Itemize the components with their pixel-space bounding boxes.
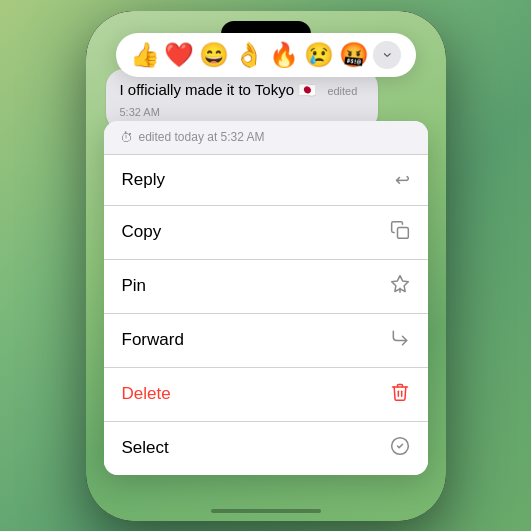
svg-rect-0 bbox=[397, 227, 408, 238]
copy-label: Copy bbox=[122, 222, 162, 242]
select-label: Select bbox=[122, 438, 169, 458]
emoji-heart[interactable]: ❤️ bbox=[164, 41, 194, 69]
menu-item-forward[interactable]: Forward bbox=[104, 314, 428, 368]
phone-frame: 👍 ❤️ 😄 👌 🔥 😢 🤬 › I officially made it to… bbox=[86, 11, 446, 521]
forward-icon bbox=[390, 328, 410, 353]
emoji-reaction-bar: 👍 ❤️ 😄 👌 🔥 😢 🤬 › bbox=[116, 33, 416, 77]
reply-icon: ↩ bbox=[395, 169, 410, 191]
emoji-expand-button[interactable]: › bbox=[373, 41, 401, 69]
edit-info-text: edited today at 5:32 AM bbox=[139, 130, 265, 144]
pin-icon bbox=[390, 274, 410, 299]
delete-label: Delete bbox=[122, 384, 171, 404]
copy-icon bbox=[390, 220, 410, 245]
emoji-thumbsup[interactable]: 👍 bbox=[130, 41, 160, 69]
home-indicator bbox=[211, 509, 321, 513]
select-icon bbox=[390, 436, 410, 461]
edit-info-icon: ⏱ bbox=[120, 130, 133, 145]
menu-item-reply[interactable]: Reply ↩ bbox=[104, 155, 428, 206]
pin-label: Pin bbox=[122, 276, 147, 296]
emoji-fire[interactable]: 🔥 bbox=[269, 41, 299, 69]
context-menu: ⏱ edited today at 5:32 AM Reply ↩ Copy P… bbox=[104, 121, 428, 475]
reply-label: Reply bbox=[122, 170, 165, 190]
menu-item-select[interactable]: Select bbox=[104, 422, 428, 475]
emoji-ok[interactable]: 👌 bbox=[234, 41, 264, 69]
menu-item-pin[interactable]: Pin bbox=[104, 260, 428, 314]
emoji-rage[interactable]: 🤬 bbox=[339, 41, 369, 69]
emoji-grin[interactable]: 😄 bbox=[199, 41, 229, 69]
message-text: I officially made it to Tokyo 🇯🇵 bbox=[120, 81, 318, 98]
phone-screen: 👍 ❤️ 😄 👌 🔥 😢 🤬 › I officially made it to… bbox=[86, 11, 446, 521]
forward-label: Forward bbox=[122, 330, 184, 350]
menu-item-copy[interactable]: Copy bbox=[104, 206, 428, 260]
menu-item-delete[interactable]: Delete bbox=[104, 368, 428, 422]
edit-info-row: ⏱ edited today at 5:32 AM bbox=[104, 121, 428, 155]
delete-icon bbox=[390, 382, 410, 407]
emoji-cry[interactable]: 😢 bbox=[304, 41, 334, 69]
